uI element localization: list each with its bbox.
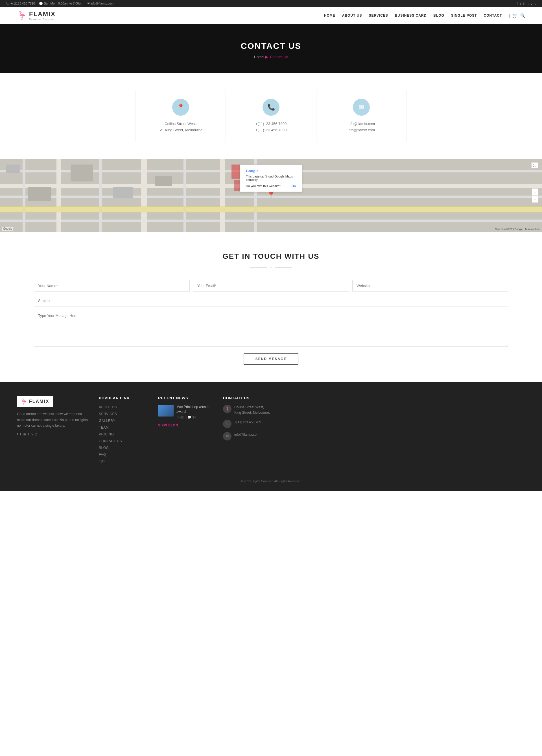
svg-rect-10 — [183, 159, 186, 232]
form-subject-row — [34, 295, 508, 306]
social-twitter[interactable]: t — [520, 2, 521, 5]
footer-contact-address: 📍 Collins Street West,King Street, Melbo… — [223, 405, 285, 415]
logo: 🦩 FLAMIX Business Services — [17, 10, 56, 21]
divider-icon: ⟡ — [269, 265, 273, 270]
footer-logo-icon: 🦩 — [20, 398, 27, 405]
email-input[interactable] — [193, 280, 349, 292]
nav-blog[interactable]: BLOG — [433, 14, 444, 17]
email-line1: info@flamix.com — [322, 121, 401, 127]
footer-link-blog[interactable]: BLOG — [99, 446, 109, 450]
social-tumblr[interactable]: t — [528, 2, 528, 5]
footer-link-services[interactable]: SERVICES — [99, 412, 117, 416]
nav-single-post[interactable]: SINGLE POST — [451, 14, 477, 17]
logo-icon: 🦩 — [17, 11, 27, 20]
list-item: CONTACT US — [99, 439, 150, 443]
svg-rect-19 — [113, 187, 133, 198]
page-hero: CONTACT US Home ▶ Contact Us — [0, 24, 542, 73]
footer-logo-text: FLAMIX — [29, 399, 49, 404]
form-title: GET IN TOUCH WITH US — [34, 252, 508, 261]
nav-home[interactable]: HOME — [324, 14, 335, 17]
list-item: GALLERY — [99, 418, 150, 423]
svg-rect-8 — [99, 159, 102, 232]
news-title: Max Printshop wins an award — [176, 405, 214, 414]
breadcrumb-arrow: ▶ — [265, 55, 268, 59]
map-zoom-controls: + − — [532, 189, 538, 203]
contact-card-phone: 📞 +(11)123 456 7890 +(11)123 456 7890 — [226, 90, 316, 142]
footer-phone-icon: 📞 — [223, 420, 231, 428]
news-comments: | 💬 34 — [186, 416, 196, 419]
news-item: Max Printshop wins an award ♡ 45 | 💬 34 — [158, 405, 214, 419]
footer-phone-text: +(11)123 456 789 — [234, 420, 261, 425]
map-zoom-in[interactable]: + — [532, 189, 537, 196]
map-terms: Map data ©2019 Google | Terms of Use — [495, 228, 540, 231]
email-info: ✉ info@flamix.com — [87, 2, 114, 5]
footer-vi[interactable]: v — [31, 432, 33, 436]
svg-rect-5 — [0, 220, 542, 222]
nav-services[interactable]: SERVICES — [369, 14, 388, 17]
nav-separator: | — [509, 13, 510, 18]
social-pinterest[interactable]: p — [535, 2, 536, 5]
breadcrumb: Home ▶ Contact Us — [6, 55, 536, 59]
news-content: Max Printshop wins an award ♡ 45 | 💬 34 — [176, 405, 214, 419]
email-line2: info@flamix.com — [322, 127, 401, 133]
footer: 🦩 FLAMIX Got a dream and we just know we… — [0, 382, 542, 491]
news-likes: ♡ 45 — [176, 416, 183, 419]
cart-icon[interactable]: 🛒 — [513, 13, 517, 18]
header: 🦩 FLAMIX Business Services HOME ABOUT US… — [0, 7, 542, 24]
footer-popular-links: POPULAR LINK ABOUT US SERVICES GALLERY T… — [99, 396, 150, 466]
phone-info: 📞 +(1)123 456 7890 — [6, 2, 35, 5]
website-input[interactable] — [352, 280, 508, 292]
footer-tu[interactable]: t — [28, 432, 29, 436]
footer-link-contact[interactable]: CONTACT US — [99, 439, 122, 443]
nav-about[interactable]: ABOUT US — [342, 14, 362, 17]
footer-pi[interactable]: p — [35, 432, 37, 436]
form-row-top — [34, 280, 508, 292]
map-background: 📍 Google This page can't load Google Map… — [0, 159, 542, 232]
social-linkedin[interactable]: in — [523, 2, 526, 5]
page-title: CONTACT US — [6, 41, 536, 51]
view-blog-link[interactable]: VIEW BLOG — [158, 424, 178, 427]
hours-info: 🕐 Sun-Mon: 9.00am to 7.00pm — [39, 2, 83, 5]
breadcrumb-home[interactable]: Home — [254, 55, 264, 59]
map-ok-button[interactable]: OK — [292, 184, 297, 188]
map-zoom-out[interactable]: − — [532, 196, 537, 203]
address-line1: Collins Street West, — [141, 121, 220, 127]
search-icon[interactable]: 🔍 — [520, 13, 525, 18]
contact-form-section: GET IN TOUCH WITH US ⟡ SEND MESAGE — [0, 232, 542, 382]
nav-icons: | 🛒 🔍 — [509, 13, 525, 18]
footer-link-faq[interactable]: FAQ — [99, 453, 106, 457]
footer-fb[interactable]: f — [17, 432, 18, 436]
map-section: 📍 Google This page can't load Google Map… — [0, 159, 542, 232]
map-error-dialog: Google This page can't load Google Maps … — [240, 165, 302, 192]
address-line2: 121 King Street, Melbourne. — [141, 127, 220, 133]
nav-contact[interactable]: CONTACT — [484, 14, 502, 17]
footer-link-pricing[interactable]: PRICING — [99, 432, 114, 436]
footer-tw[interactable]: t — [20, 432, 21, 436]
copyright: © 2019 Digital Connect. All Rights Reser… — [240, 479, 301, 483]
news-meta: ♡ 45 | 💬 34 — [176, 416, 214, 419]
footer-logo-box: 🦩 FLAMIX — [17, 396, 53, 407]
news-thumbnail — [158, 405, 174, 417]
footer-link-gallery[interactable]: GALLERY — [99, 419, 115, 423]
map-fullscreen-button[interactable]: ⛶ — [531, 162, 538, 168]
svg-rect-16 — [6, 165, 20, 173]
footer-address-text: Collins Street West,King Street, Melbour… — [234, 405, 270, 415]
footer-link-team[interactable]: TEAM — [99, 426, 109, 430]
footer-link-404[interactable]: 404 — [99, 459, 105, 463]
subject-input[interactable] — [34, 295, 508, 306]
footer-grid: 🦩 FLAMIX Got a dream and we just know we… — [17, 396, 525, 466]
name-input[interactable] — [34, 280, 190, 292]
nav-business-card[interactable]: BUSINESS CARD — [395, 14, 427, 17]
social-vimeo[interactable]: v — [531, 2, 532, 5]
message-textarea[interactable] — [34, 310, 508, 347]
social-facebook[interactable]: f — [517, 2, 518, 5]
list-item: TEAM — [99, 425, 150, 430]
phone-line2: +(11)123 456 7890 — [232, 127, 310, 133]
footer-link-about[interactable]: ABOUT US — [99, 405, 117, 409]
footer-in[interactable]: in — [23, 432, 26, 436]
footer-bottom: © 2019 Digital Connect. All Rights Reser… — [17, 474, 525, 483]
contact-info-section: 📍 Collins Street West, 121 King Street, … — [0, 73, 542, 159]
map-error-message: This page can't load Google Maps correct… — [246, 175, 296, 181]
send-button[interactable]: SEND MESAGE — [243, 353, 299, 365]
svg-rect-17 — [28, 187, 51, 201]
